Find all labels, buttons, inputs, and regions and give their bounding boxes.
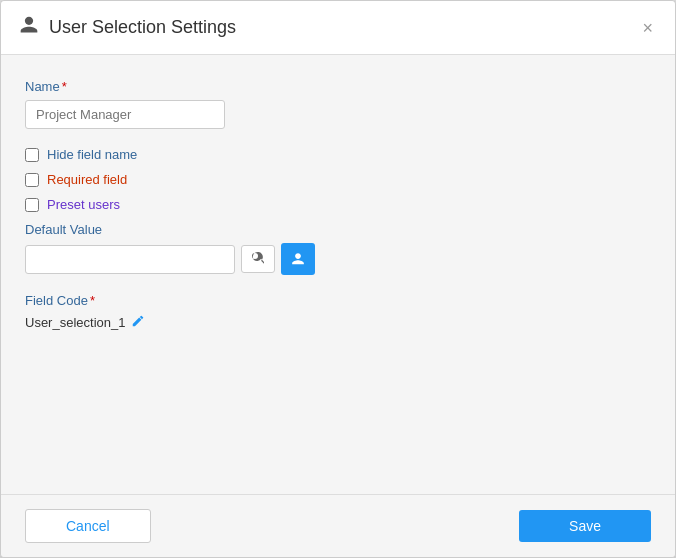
required-field-group: Required field: [25, 172, 651, 187]
default-value-label: Default Value: [25, 222, 651, 237]
user-selection-settings-dialog: User Selection Settings × Name* Hide fie…: [0, 0, 676, 558]
required-field-label[interactable]: Required field: [47, 172, 127, 187]
required-field-checkbox[interactable]: [25, 173, 39, 187]
default-value-input[interactable]: [25, 245, 235, 274]
save-button[interactable]: Save: [519, 510, 651, 542]
field-code-section: Field Code* User_selection_1: [25, 293, 651, 331]
search-icon: [250, 251, 266, 267]
name-label: Name*: [25, 79, 651, 94]
header-left: User Selection Settings: [19, 15, 236, 40]
close-button[interactable]: ×: [638, 19, 657, 37]
dialog-title: User Selection Settings: [49, 17, 236, 38]
user-select-button[interactable]: [281, 243, 315, 275]
hide-field-name-checkbox[interactable]: [25, 148, 39, 162]
hide-field-name-label[interactable]: Hide field name: [47, 147, 137, 162]
dialog-header: User Selection Settings ×: [1, 1, 675, 55]
name-field-group: Name*: [25, 79, 651, 129]
edit-icon[interactable]: [131, 314, 145, 331]
cancel-button[interactable]: Cancel: [25, 509, 151, 543]
preset-users-label[interactable]: Preset users: [47, 197, 120, 212]
preset-users-group: Preset users: [25, 197, 651, 212]
dialog-footer: Cancel Save: [1, 494, 675, 557]
user-icon: [291, 250, 305, 268]
person-header-icon: [19, 15, 39, 40]
default-value-section: Default Value: [25, 222, 651, 275]
preset-users-checkbox[interactable]: [25, 198, 39, 212]
field-code-value-row: User_selection_1: [25, 314, 651, 331]
name-input[interactable]: [25, 100, 225, 129]
field-code-label: Field Code*: [25, 293, 651, 308]
default-value-row: [25, 243, 651, 275]
search-button[interactable]: [241, 245, 275, 273]
dialog-body: Name* Hide field name Required field Pre…: [1, 55, 675, 494]
field-code-value: User_selection_1: [25, 315, 125, 330]
hide-field-name-group: Hide field name: [25, 147, 651, 162]
